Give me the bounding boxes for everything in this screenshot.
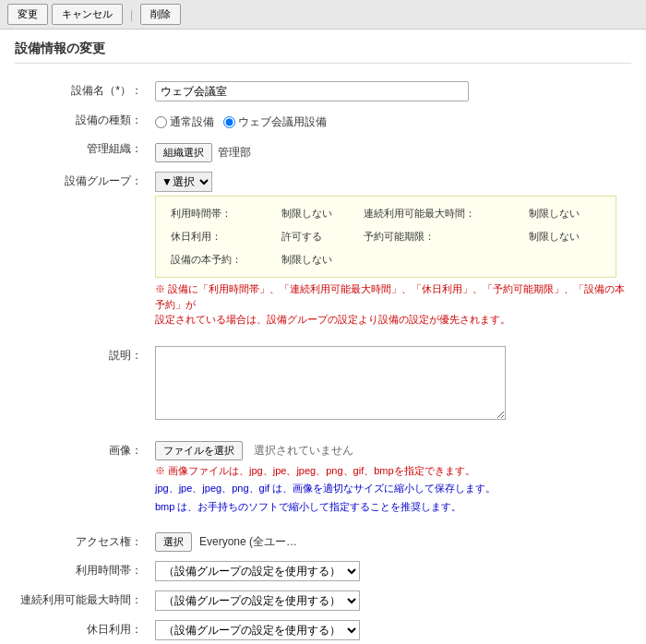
usage-time-field-cell: （設備グループの設定を使用する） [148,556,631,586]
file-select-button[interactable]: ファイルを選択 [155,441,243,460]
own-reservation-value: 制限しない [276,248,359,271]
equipment-type-cell: 通常設備 ウェブ会議用設備 [148,106,631,135]
image-label: 画像： [15,436,148,519]
org-cell: 組織選択 管理部 [148,135,631,167]
org-value: 管理部 [218,145,251,161]
continuous-label: 連続利用可能最大時間： [358,202,523,225]
access-cell: 選択 Everyone (全ユー… [148,528,631,556]
usage-time-label: 利用時間帯： [165,202,276,225]
page-title: 設備情報の変更 [15,41,631,64]
image-note2: jpg、jpe、jpeg、png、gif は、画像を適切なサイズに縮小して保存し… [155,481,626,496]
type-web-label[interactable]: ウェブ会議用設備 [223,114,327,130]
org-label: 管理組織： [15,135,148,167]
group-note: ※ 設備に「利用時間帯」、「連続利用可能最大時間」、「休日利用」、「予約可能期限… [155,281,626,328]
equipment-name-label: 設備名（*）： [15,77,148,106]
reservation-limit-value: 制限しない [523,225,606,248]
type-web-radio[interactable] [223,116,235,128]
continuous-select[interactable]: （設備グループの設定を使用する） [155,590,360,611]
holiday-field-label: 休日利用： [15,615,148,644]
image-row: ファイルを選択 選択されていません [155,441,626,460]
cancel-button-top[interactable]: キャンセル [52,4,123,25]
usage-time-field-label: 利用時間帯： [15,556,148,586]
equipment-type-label: 設備の種類： [15,106,148,135]
holiday-label: 休日利用： [165,225,276,248]
type-normal-text: 通常設備 [170,114,214,130]
holiday-value: 許可する [276,225,359,248]
org-select-button[interactable]: 組織選択 [155,143,212,162]
usage-time-value: 制限しない [276,202,359,225]
description-cell [148,341,631,427]
equipment-name-cell [148,77,631,106]
description-textarea[interactable] [155,346,506,420]
toolbar-top: 変更 キャンセル | 削除 [0,0,646,30]
access-value: Everyone (全ユー… [199,534,297,550]
equipment-name-input[interactable] [155,81,469,101]
no-file-text: 選択されていません [254,443,353,459]
group-cell: ▼選択 利用時間帯： 制限しない 連続利用可能最大時間： 制限しない 休日利用： [148,167,631,332]
group-info-box: 利用時間帯： 制限しない 連続利用可能最大時間： 制限しない 休日利用： 許可す… [155,196,616,278]
group-info-table: 利用時間帯： 制限しない 連続利用可能最大時間： 制限しない 休日利用： 許可す… [165,202,606,271]
image-note3: bmp は、お手持ちのソフトで縮小して指定することを推奨します。 [155,499,626,515]
own-reservation-label: 設備の本予約： [165,248,276,271]
group-select[interactable]: ▼選択 [155,172,212,192]
main-container: 設備情報の変更 設備名（*）： 設備の種類： 通常設備 ウェブ会議用設備 [0,30,646,644]
group-label: 設備グループ： [15,167,148,332]
image-note1: ※ 画像ファイルは、jpg、jpe、jpeg、png、gif、bmpを指定できま… [155,463,626,479]
separator-top: | [130,8,133,21]
save-button-top[interactable]: 変更 [7,4,48,25]
continuous-field-cell: （設備グループの設定を使用する） [148,586,631,615]
usage-time-select[interactable]: （設備グループの設定を使用する） [155,561,360,581]
equipment-type-radio-group: 通常設備 ウェブ会議用設備 [155,111,626,130]
image-cell: ファイルを選択 選択されていません ※ 画像ファイルは、jpg、jpe、jpeg… [148,436,631,519]
holiday-field-cell: （設備グループの設定を使用する） [148,615,631,644]
type-web-text: ウェブ会議用設備 [238,114,327,130]
description-label: 説明： [15,341,148,427]
access-section: 選択 Everyone (全ユー… [155,532,626,552]
form-table: 設備名（*）： 設備の種類： 通常設備 ウェブ会議用設備 [15,77,631,644]
reservation-limit-label: 予約可能期限： [358,225,523,248]
access-select-button[interactable]: 選択 [155,532,192,552]
type-normal-label[interactable]: 通常設備 [155,114,214,130]
continuous-field-label: 連続利用可能最大時間： [15,586,148,615]
org-section: 組織選択 管理部 [155,139,626,162]
holiday-select[interactable]: （設備グループの設定を使用する） [155,620,360,640]
access-label: アクセス権： [15,528,148,556]
delete-button-top[interactable]: 削除 [140,4,181,25]
type-normal-radio[interactable] [155,116,167,128]
group-select-row: ▼選択 [155,172,626,192]
continuous-value: 制限しない [523,202,606,225]
